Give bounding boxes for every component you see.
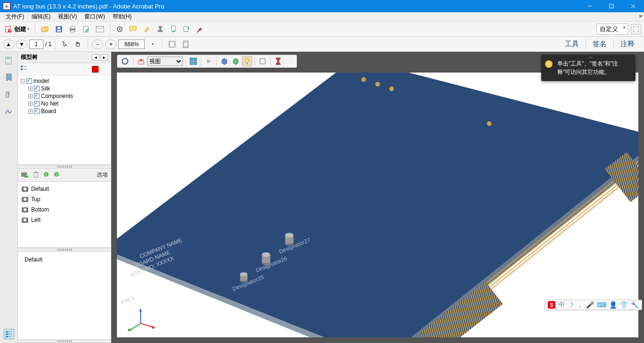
- tree-view-mode[interactable]: [21, 65, 27, 73]
- home-view-button[interactable]: [136, 56, 146, 66]
- select-tool[interactable]: [59, 39, 71, 50]
- bgcolor-tool[interactable]: [257, 56, 268, 66]
- tree-item-components[interactable]: +Components: [19, 92, 110, 100]
- edit-text-button[interactable]: [81, 24, 92, 35]
- zoom-dropdown[interactable]: [147, 39, 158, 50]
- keyboard-icon[interactable]: ⌨: [597, 301, 606, 309]
- fit-width-button[interactable]: [166, 39, 178, 50]
- tree-item-nonet[interactable]: +No Net: [19, 100, 110, 107]
- svg-rect-21: [184, 26, 188, 32]
- views-list[interactable]: Default Top Bottom Left: [18, 182, 111, 248]
- box-tool[interactable]: [219, 56, 230, 66]
- comma-icon[interactable]: ，: [577, 301, 583, 309]
- sogou-icon[interactable]: S: [548, 301, 555, 309]
- zoom-input[interactable]: [118, 40, 145, 49]
- model-tree-panel: 模型树 ◄ ► −model +Silk +Components +No Net…: [18, 52, 111, 343]
- view-left[interactable]: Left: [21, 215, 108, 225]
- sign-link[interactable]: 签名: [586, 38, 613, 50]
- signatures-tab[interactable]: [4, 106, 14, 117]
- skin-icon[interactable]: 👕: [620, 301, 628, 309]
- next-view-button[interactable]: [54, 172, 59, 179]
- main-area: 模型树 ◄ ► −model +Silk +Components +No Net…: [0, 52, 644, 343]
- splitter-2[interactable]: [18, 248, 111, 252]
- ime-lang[interactable]: 中: [558, 301, 565, 309]
- attachments-tab[interactable]: [4, 90, 14, 100]
- sign-tool-button[interactable]: [194, 24, 206, 35]
- tree-root[interactable]: −model: [19, 77, 110, 85]
- svg-rect-11: [71, 26, 74, 29]
- person-icon[interactable]: 👤: [609, 301, 617, 309]
- panel-header: 模型树 ◄ ►: [18, 52, 111, 63]
- close-button[interactable]: [622, 0, 644, 12]
- splitter-1[interactable]: [18, 165, 111, 169]
- isolate-button[interactable]: [188, 56, 198, 66]
- add-view-button[interactable]: +: [21, 171, 28, 179]
- page-up-button[interactable]: ▲: [3, 40, 14, 49]
- menu-file[interactable]: 文件(F): [2, 12, 28, 22]
- page-down-button[interactable]: ▼: [16, 40, 27, 49]
- zoom-in-button[interactable]: +: [105, 40, 116, 49]
- speech-bubble-icon: [129, 26, 138, 33]
- view-bottom[interactable]: Bottom: [21, 204, 108, 215]
- splitter-3[interactable]: [18, 339, 111, 343]
- tools-link[interactable]: 工具: [558, 38, 586, 50]
- fullscreen-button[interactable]: [631, 24, 641, 34]
- create-button[interactable]: + 创建: [3, 24, 31, 35]
- tree-item-silk[interactable]: +Silk: [19, 85, 110, 92]
- settings-button[interactable]: [114, 24, 125, 35]
- box2-tool[interactable]: [231, 56, 241, 66]
- default-view-item[interactable]: Default: [21, 254, 108, 265]
- bookmarks-tab[interactable]: [4, 73, 14, 83]
- ime-toolbar[interactable]: S 中 ☽ ， 🎤 ⌨ 👤 👕 🔧: [545, 300, 642, 310]
- svg-point-57: [262, 253, 270, 257]
- comment-link[interactable]: 注释: [614, 38, 641, 50]
- menu-edit[interactable]: 编辑(E): [28, 12, 54, 22]
- play-button[interactable]: [204, 56, 214, 66]
- attach-button[interactable]: [168, 24, 179, 35]
- save-button[interactable]: [53, 24, 65, 35]
- rotate-tool[interactable]: [119, 56, 131, 66]
- comment-tool-button[interactable]: [127, 24, 140, 35]
- open-button[interactable]: [39, 24, 51, 35]
- options-dropdown[interactable]: 选项: [97, 171, 108, 179]
- highlight-button[interactable]: [141, 24, 153, 35]
- menu-view[interactable]: 视图(V): [54, 12, 81, 22]
- panel-back-button[interactable]: ◄: [92, 54, 99, 61]
- wrench-icon[interactable]: 🔧: [631, 301, 639, 309]
- minimize-button[interactable]: [579, 0, 601, 12]
- model-tree-tab[interactable]: [4, 329, 14, 339]
- menu-help[interactable]: 帮助(H): [109, 12, 136, 22]
- section-dd[interactable]: [284, 56, 295, 66]
- maximize-button[interactable]: [601, 0, 622, 12]
- document-viewer[interactable]: Designator27 Designator26 Designator25 C…: [111, 52, 644, 343]
- stamp-icon: [157, 25, 164, 33]
- moon-icon[interactable]: ☽: [568, 301, 574, 309]
- print-button[interactable]: [66, 24, 79, 35]
- email-button[interactable]: [94, 24, 106, 35]
- mic-icon[interactable]: 🎤: [586, 301, 594, 309]
- model-tree[interactable]: −model +Silk +Components +No Net +Board: [18, 75, 111, 165]
- light-tool[interactable]: [242, 56, 252, 66]
- 3d-toolbar[interactable]: 视图: [117, 55, 297, 68]
- zoom-out-button[interactable]: −: [92, 40, 103, 49]
- prev-view-button[interactable]: [43, 172, 49, 179]
- fit-page-button[interactable]: [180, 39, 191, 50]
- stamp-button[interactable]: [155, 24, 166, 35]
- tree-item-board[interactable]: +Board: [19, 107, 110, 115]
- delete-view-button[interactable]: [33, 171, 39, 179]
- customize-dropdown[interactable]: 自定义: [596, 24, 628, 35]
- page-number-input[interactable]: [29, 40, 43, 49]
- panel-fwd-button[interactable]: ►: [100, 54, 108, 61]
- close-doc-button[interactable]: ×: [639, 13, 642, 19]
- section-tool[interactable]: [273, 56, 283, 66]
- window-title: AT long bus (13.3 x 4.2 inches).pdf - Ad…: [13, 3, 164, 10]
- thumbnails-tab[interactable]: [4, 56, 14, 66]
- svg-rect-74: [190, 58, 193, 61]
- view-select[interactable]: 视图: [147, 57, 183, 66]
- share-button[interactable]: [181, 24, 192, 35]
- hand-tool[interactable]: [73, 39, 84, 50]
- color-swatch[interactable]: [92, 66, 99, 73]
- view-top[interactable]: Top: [21, 194, 108, 204]
- view-default[interactable]: Default: [21, 184, 108, 194]
- menu-window[interactable]: 窗口(W): [81, 12, 108, 22]
